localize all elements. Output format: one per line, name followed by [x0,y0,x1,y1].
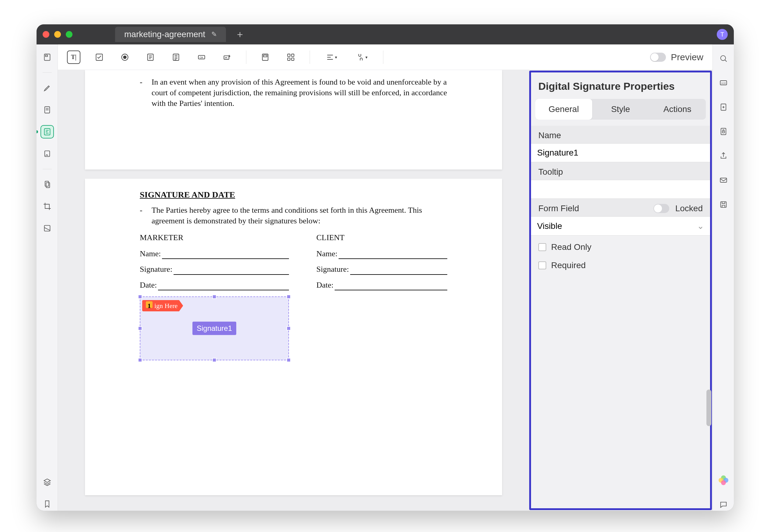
field-group-tool[interactable] [284,51,298,64]
svg-rect-27 [722,131,724,133]
new-tab-button[interactable]: ＋ [235,28,245,41]
readonly-label: Read Only [551,242,591,252]
formfield-label: Form Field Locked [531,199,710,216]
redact-icon[interactable] [40,222,54,235]
scrollbar-thumb[interactable] [706,389,711,426]
svg-rect-26 [721,128,726,135]
resize-handle[interactable] [287,358,291,362]
resize-handle[interactable] [138,358,142,362]
name-input[interactable] [531,143,710,162]
document-tab[interactable]: marketing-agreement ✎ [115,27,226,42]
properties-panel: Digital Signature Properties General Sty… [529,70,712,510]
signature-field[interactable]: 1ign Here Signature1 [140,296,289,360]
chevron-down-icon: ⌄ [697,221,704,231]
required-checkbox[interactable] [538,261,546,269]
svg-text:OCR: OCR [721,82,726,84]
svg-rect-4 [44,151,49,157]
titlebar: marketing-agreement ✎ ＋ T [36,24,734,44]
tab-title: marketing-agreement [124,29,205,39]
checkbox-tool[interactable] [93,51,106,64]
button-tool[interactable]: OK [195,51,208,64]
align-tool[interactable]: ▾ [322,51,340,64]
close-window-button[interactable] [43,31,49,38]
preview-label: Preview [671,52,703,63]
search-icon[interactable] [717,52,730,65]
signature-intro: The Parties hereby agree to the terms an… [152,205,447,226]
svg-rect-19 [291,54,294,56]
signature-heading: SIGNATURE AND DATE [140,189,447,200]
svg-rect-17 [263,55,267,57]
minimize-window-button[interactable] [54,31,61,38]
svg-rect-5 [45,181,49,186]
preview-toggle[interactable] [650,53,666,62]
avatar-letter: T [720,31,724,38]
svg-rect-21 [291,58,294,60]
document-canvas[interactable]: - In an event when any provision of this… [58,70,712,511]
forms-icon[interactable] [40,125,54,139]
tab-style[interactable]: Style [592,99,649,120]
listbox-tool[interactable] [169,51,183,64]
svg-rect-1 [45,55,48,57]
pencil-icon[interactable]: ✎ [211,30,217,38]
ocr-icon[interactable]: OCR [717,77,730,89]
resize-handle[interactable] [287,294,291,299]
resize-handle[interactable] [287,326,291,331]
visibility-select[interactable]: Visible ⌄ [531,216,710,236]
page-organize-icon[interactable] [40,178,54,191]
edit-icon[interactable] [40,103,54,116]
resize-handle[interactable] [138,294,142,299]
dropdown-tool[interactable] [144,51,157,64]
panel-title: Digital Signature Properties [531,72,710,99]
text-field-tool[interactable]: T| [67,51,80,64]
svg-text:OK: OK [200,56,203,59]
panel-tabs: General Style Actions [535,99,706,120]
left-sidebar [36,44,58,511]
highlight-icon[interactable] [40,81,54,95]
svg-rect-28 [720,178,727,182]
convert-icon[interactable] [717,101,730,113]
tools-tool[interactable]: ▾ [353,51,371,64]
page-current: SIGNATURE AND DATE - The Parties hereby … [85,179,502,495]
locked-label: Locked [675,203,703,213]
resize-handle[interactable] [212,294,216,299]
maximize-window-button[interactable] [66,31,72,38]
signature-field-label: Signature1 [192,321,236,335]
svg-rect-6 [46,183,50,188]
comment-icon[interactable] [717,499,730,511]
name-label: Name [531,126,710,143]
client-title: CLIENT [316,232,447,243]
readonly-checkbox[interactable] [538,243,546,251]
tab-general[interactable]: General [535,99,592,120]
tooltip-input[interactable] [531,180,710,199]
share-icon[interactable] [717,150,730,162]
marketer-title: MARKETER [140,232,289,243]
severability-text: In an event when any provision of this A… [152,77,447,109]
thumbnails-icon[interactable] [40,51,54,64]
app-window: marketing-agreement ✎ ＋ T [36,24,734,511]
locked-toggle[interactable] [653,204,669,213]
bookmark-icon[interactable] [40,497,54,511]
tab-actions[interactable]: Actions [649,99,706,120]
required-label: Required [551,260,586,270]
sign-icon[interactable] [40,147,54,160]
protect-icon[interactable] [717,125,730,138]
resize-handle[interactable] [138,326,142,331]
svg-rect-18 [288,54,290,56]
sign-here-flag: 1ign Here [142,300,183,312]
app-logo-icon[interactable] [717,474,730,486]
layers-icon[interactable] [40,475,54,489]
email-icon[interactable] [717,174,730,186]
svg-rect-29 [720,202,726,207]
page-prev: - In an event when any provision of this… [85,70,502,169]
svg-rect-20 [288,58,290,60]
window-controls [43,31,72,38]
svg-point-22 [720,56,725,61]
image-field-tool[interactable] [259,51,272,64]
save-icon[interactable] [717,199,730,211]
crop-icon[interactable] [40,200,54,213]
resize-handle[interactable] [212,358,216,362]
right-sidebar: OCR [712,44,734,511]
avatar[interactable]: T [717,29,728,40]
signature-tool[interactable] [220,51,234,64]
radio-tool[interactable] [118,51,131,64]
